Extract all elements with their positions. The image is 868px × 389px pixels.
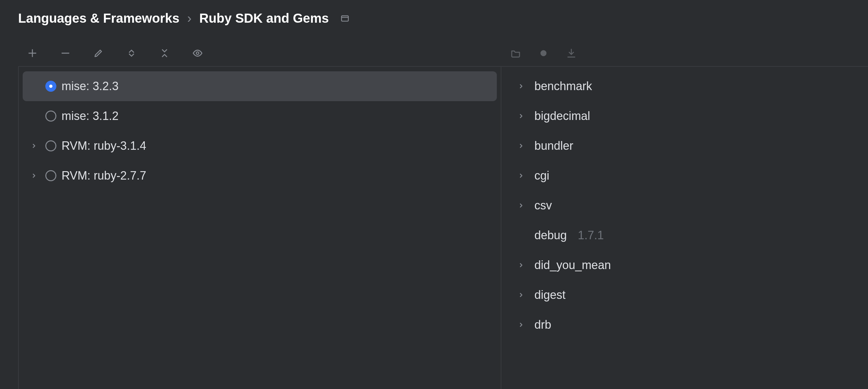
gem-row[interactable]: debug1.7.1 xyxy=(509,220,868,250)
sdk-list: mise: 3.2.3mise: 3.1.2RVM: ruby-3.1.4RVM… xyxy=(19,67,501,191)
sdk-radio[interactable] xyxy=(45,81,56,92)
gem-row[interactable]: benchmark xyxy=(509,71,868,101)
expand-chevron-icon[interactable] xyxy=(515,292,527,298)
breadcrumb-root[interactable]: Languages & Frameworks xyxy=(18,11,180,26)
sdk-radio[interactable] xyxy=(45,140,56,151)
gem-row[interactable]: drb xyxy=(509,310,868,340)
gem-row[interactable]: bigdecimal xyxy=(509,101,868,131)
dot-icon[interactable] xyxy=(534,44,553,63)
download-icon[interactable] xyxy=(562,44,580,63)
sdk-row[interactable]: RVM: ruby-3.1.4 xyxy=(23,131,497,161)
sdk-label: mise: 3.1.2 xyxy=(62,109,119,123)
expand-chevron-icon[interactable] xyxy=(515,172,527,179)
gem-name: drb xyxy=(534,318,551,332)
sdk-radio[interactable] xyxy=(45,170,56,181)
gem-row[interactable]: cgi xyxy=(509,161,868,191)
svg-rect-0 xyxy=(342,16,348,21)
expand-chevron-icon[interactable] xyxy=(515,262,527,269)
expand-chevron-icon[interactable] xyxy=(28,143,40,149)
sdk-row[interactable]: mise: 3.2.3 xyxy=(23,71,497,101)
remove-icon[interactable] xyxy=(56,44,75,63)
expand-chevron-icon[interactable] xyxy=(515,113,527,119)
gem-name: digest xyxy=(534,288,565,302)
sdk-label: mise: 3.2.3 xyxy=(62,79,119,93)
gem-row[interactable]: did_you_mean xyxy=(509,250,868,280)
expand-all-icon[interactable] xyxy=(122,44,141,63)
gem-list: benchmarkbigdecimalbundlercgicsvdebug1.7… xyxy=(501,67,868,340)
expand-chevron-icon[interactable] xyxy=(28,172,40,179)
gem-row[interactable]: bundler xyxy=(509,131,868,161)
folder-icon[interactable] xyxy=(506,44,525,63)
gem-row[interactable]: csv xyxy=(509,191,868,220)
svg-point-1 xyxy=(196,52,199,54)
breadcrumb-leaf: Ruby SDK and Gems xyxy=(199,11,329,26)
collapse-all-icon[interactable] xyxy=(155,44,174,63)
sdk-label: RVM: ruby-3.1.4 xyxy=(62,139,146,153)
gem-name: debug xyxy=(534,228,567,242)
gem-name: did_you_mean xyxy=(534,258,611,272)
gem-row[interactable]: digest xyxy=(509,280,868,310)
breadcrumb-separator: › xyxy=(187,11,191,26)
expand-chevron-icon[interactable] xyxy=(515,322,527,328)
show-icon[interactable] xyxy=(188,44,207,63)
edit-icon[interactable] xyxy=(89,44,108,63)
expand-chevron-icon[interactable] xyxy=(515,202,527,209)
gem-name: cgi xyxy=(534,169,549,183)
gem-name: bigdecimal xyxy=(534,109,590,123)
breadcrumb: Languages & Frameworks › Ruby SDK and Ge… xyxy=(0,0,868,32)
sdk-row[interactable]: mise: 3.1.2 xyxy=(23,101,497,131)
sdk-label: RVM: ruby-2.7.7 xyxy=(62,169,146,183)
svg-point-2 xyxy=(540,50,547,56)
sdk-toolbar xyxy=(23,40,207,66)
gems-toolbar xyxy=(506,40,580,66)
sdk-radio[interactable] xyxy=(45,111,56,121)
gem-name: benchmark xyxy=(534,79,592,93)
gem-name: bundler xyxy=(534,139,573,153)
expand-chevron-icon[interactable] xyxy=(515,143,527,149)
gem-version: 1.7.1 xyxy=(578,228,604,242)
sdk-row[interactable]: RVM: ruby-2.7.7 xyxy=(23,161,497,191)
expand-chevron-icon[interactable] xyxy=(515,83,527,89)
gem-name: csv xyxy=(534,199,552,212)
open-in-window-icon[interactable] xyxy=(340,14,349,23)
add-icon[interactable] xyxy=(23,44,42,63)
